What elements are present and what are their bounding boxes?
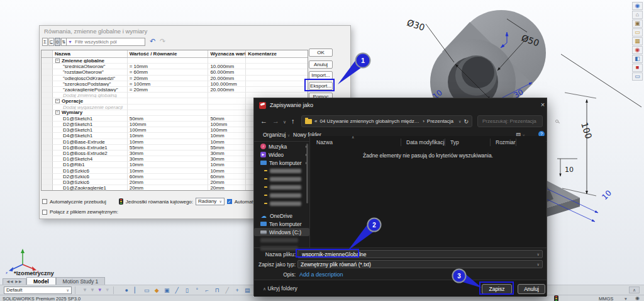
render-sphere-icon[interactable]: ◉ <box>632 46 643 54</box>
appearance-icon[interactable]: ■ <box>632 64 643 72</box>
row-selector-cell[interactable] <box>42 87 53 93</box>
collapse-icon[interactable]: − <box>55 110 60 115</box>
chevron-down-icon[interactable]: ∨ <box>537 252 540 256</box>
dim-label-edge[interactable]: 10 <box>600 188 613 202</box>
dim-label-hole-diameter[interactable]: Ø30 <box>406 18 426 33</box>
organize-menu[interactable]: Organizuj ∨ <box>263 132 290 138</box>
home-icon[interactable]: ⌂ <box>632 11 643 19</box>
row-selector-cell[interactable] <box>42 179 53 185</box>
row-selector-cell[interactable] <box>42 58 53 64</box>
equation-view-button[interactable]: Σ <box>42 38 48 46</box>
sketch-point-icon[interactable]: ● <box>123 287 130 294</box>
row-selector-cell[interactable] <box>42 64 53 69</box>
sidebar-item-redacted[interactable] <box>254 191 309 200</box>
dim-label-base-thickness[interactable]: 10 <box>565 166 574 174</box>
status-units[interactable]: MMGS <box>599 296 613 301</box>
configuration-dropdown[interactable]: Default ∨ <box>4 287 72 294</box>
equation-row[interactable]: "srednicaOtworow"= 10mm10.000mm <box>42 64 308 69</box>
row-selector-cell[interactable] <box>42 127 53 133</box>
split-view-icon[interactable]: ◧ <box>632 55 643 63</box>
row-selector-cell[interactable] <box>42 81 53 87</box>
ok-button[interactable]: OK <box>309 48 333 57</box>
dim-label-height[interactable]: 100 <box>579 121 594 140</box>
filter-1-icon[interactable]: ▼ <box>82 287 87 294</box>
sidebar-item-ten-komputer[interactable]: Ten komputer <box>254 220 309 228</box>
column-header-nazwa[interactable]: Nazwa <box>311 139 401 146</box>
sidebar-item-redacted[interactable] <box>254 167 309 175</box>
equation-row[interactable]: "zaokraglieniePodstawy"= 20mm20.000mm <box>42 87 308 93</box>
row-selector-cell[interactable] <box>42 110 53 116</box>
row-selector-cell[interactable] <box>42 174 53 179</box>
chevron-down-icon[interactable]: ▾ <box>625 296 627 301</box>
feedback-icon[interactable]: ▭ <box>632 72 643 81</box>
sidebar-item-wideo[interactable]: ▶Wideo <box>254 150 309 159</box>
up-icon[interactable]: ↑ <box>291 117 295 125</box>
sketch-equation-view-button[interactable]: ⊑ <box>48 38 54 46</box>
open-folder-icon[interactable]: ▭ <box>632 28 643 37</box>
row-selector-cell[interactable] <box>42 156 53 162</box>
close-icon[interactable]: × <box>538 100 547 109</box>
hide-folders-button[interactable]: ∧ Ukryj foldery <box>263 285 297 292</box>
sidebar-item-muzyka[interactable]: ♪Muzyka <box>254 142 309 150</box>
search-box[interactable] <box>477 115 543 127</box>
sidebar-item-redacted[interactable] <box>254 200 309 208</box>
equation-row[interactable]: "odlegloscOdKrawedzi"= 20mm20.000mm <box>42 76 308 81</box>
column-header-data-modyfikacji[interactable]: Data modyfikacji <box>401 139 445 146</box>
row-selector-cell[interactable] <box>42 150 53 156</box>
sketch-table-icon[interactable]: ▤ <box>244 287 251 294</box>
sidebar-item-redacted[interactable] <box>254 183 309 191</box>
sketch-profile-icon[interactable]: ⊓ <box>214 287 221 294</box>
row-selector-cell[interactable] <box>42 76 53 81</box>
back-icon[interactable]: ← <box>260 117 267 125</box>
equation-row[interactable]: "szerokoscPodstawy"= 100mm100.000mm <box>42 81 308 87</box>
sketch-corner-icon[interactable]: ⌐ <box>204 287 211 294</box>
row-selector-cell[interactable] <box>42 133 53 139</box>
sketch-rect-icon[interactable]: ▭ <box>143 287 150 294</box>
sketch-polygon-icon[interactable]: ◆ <box>153 287 160 294</box>
breadcrumb-segment-current[interactable]: Prezentacja <box>427 118 453 124</box>
sidebar-scrollbar[interactable] <box>306 144 308 203</box>
sidebar-item-ten-komputer[interactable]: Ten komputer <box>254 159 309 167</box>
row-selector-cell[interactable] <box>42 122 53 127</box>
column-header-rozmiar[interactable]: Rozmiar <box>491 139 516 146</box>
recent-locations-icon[interactable]: ∨ <box>283 120 286 125</box>
sidebar-item-onedrive[interactable]: ☁OneDrive <box>254 212 309 220</box>
forward-icon[interactable]: → <box>272 117 279 125</box>
chevron-down-icon[interactable]: ∨ <box>458 119 461 123</box>
sidebar-item-redacted[interactable] <box>254 175 309 183</box>
save-dialog-titlebar[interactable]: Zapisywanie jako × <box>254 98 547 112</box>
filter-4-icon[interactable]: ▼ <box>105 287 110 294</box>
row-selector-cell[interactable] <box>42 168 53 174</box>
link-external-checkbox[interactable] <box>42 210 47 215</box>
chevron-down-icon[interactable]: ∨ <box>537 262 540 266</box>
sidebar-item-windows-c[interactable]: Windows (C:) <box>254 228 309 236</box>
row-selector-cell[interactable] <box>42 116 53 122</box>
sketch-diagonal-icon[interactable]: ╱ <box>224 287 231 294</box>
add-description-link[interactable]: Add a description <box>299 271 343 278</box>
dimension-view-button[interactable]: ⊙ <box>55 38 60 46</box>
eye-icon[interactable]: ◉ <box>635 295 640 301</box>
row-selector-cell[interactable] <box>42 98 53 104</box>
cancel-button[interactable]: Anuluj <box>518 284 545 294</box>
row-selector-cell[interactable] <box>42 145 53 150</box>
filter-2-icon[interactable]: ▼ <box>90 287 95 294</box>
breadcrumb-collapsed[interactable]: « <box>314 118 317 124</box>
equation-row[interactable]: "rozstawOtworow"= 60mm60.000mm <box>42 69 308 75</box>
breadcrumb-segment[interactable]: 04 Używanie zmiennych globalnych między … <box>319 118 420 124</box>
row-selector-cell[interactable] <box>42 69 53 75</box>
sketch-arc-icon[interactable]: ° <box>194 287 201 294</box>
angular-units-dropdown[interactable]: Radiany ∨ <box>196 198 225 205</box>
equation-row[interactable]: −Zmienne globalne <box>42 58 308 64</box>
row-selector-cell[interactable] <box>42 185 53 191</box>
filter-input[interactable] <box>74 38 136 45</box>
breadcrumb[interactable]: « 04 Używanie zmiennych globalnych międz… <box>301 115 472 127</box>
auto-order-checkbox[interactable]: ✓ <box>227 199 232 204</box>
toolbar-collapse-button[interactable]: ∧ <box>629 287 640 293</box>
sketch-line-icon[interactable]: ▏ <box>133 287 140 294</box>
filter-field[interactable]: ▼ <box>66 38 145 46</box>
web-icon[interactable]: ◉ <box>632 2 643 10</box>
sketch-slash-icon[interactable]: ╱ <box>174 287 180 294</box>
row-selector-cell[interactable] <box>42 105 53 110</box>
sketch-move-icon[interactable]: + <box>234 287 241 294</box>
search-input[interactable] <box>481 118 553 125</box>
